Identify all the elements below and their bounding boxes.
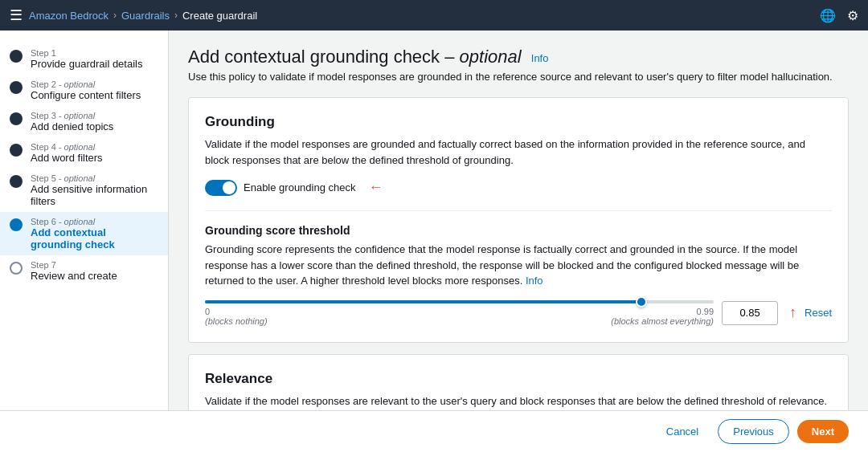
grounding-toggle[interactable] bbox=[205, 180, 237, 196]
grounding-threshold-desc: Grounding score represents the confidenc… bbox=[205, 242, 832, 289]
step5-num: Step 5 - optional bbox=[31, 173, 158, 183]
grounding-slider-thumb[interactable] bbox=[636, 296, 647, 307]
relevance-title: Relevance bbox=[205, 371, 832, 387]
hamburger-menu-icon[interactable]: ☰ bbox=[10, 6, 23, 24]
sidebar-item-step4[interactable]: Step 4 - optional Add word filters bbox=[0, 137, 168, 169]
breadcrumb: Amazon Bedrock › Guardrails › Create gua… bbox=[29, 10, 257, 22]
sidebar-item-step2[interactable]: Step 2 - optional Configure content filt… bbox=[0, 75, 168, 106]
relevance-desc: Validate if the model responses are rele… bbox=[205, 393, 832, 409]
step4-circle bbox=[10, 144, 23, 157]
step5-name: Add sensitive information filters bbox=[31, 183, 158, 207]
grounding-max-label: 0.99 bbox=[611, 307, 714, 316]
grounding-toggle-label: Enable grounding check bbox=[244, 181, 356, 193]
step6-label: Step 6 - optional Add contextual groundi… bbox=[31, 217, 158, 250]
step1-circle bbox=[10, 50, 23, 63]
step3-label: Step 3 - optional Add denied topics bbox=[31, 111, 113, 132]
grounding-slider-track bbox=[205, 300, 714, 303]
grounding-threshold-info-link[interactable]: Info bbox=[526, 275, 543, 287]
step2-label: Step 2 - optional Configure content filt… bbox=[31, 79, 141, 101]
next-button[interactable]: Next bbox=[797, 420, 849, 443]
step2-name: Configure content filters bbox=[31, 89, 141, 101]
relevance-card: Relevance Validate if the model response… bbox=[188, 354, 849, 411]
breadcrumb-separator-1: › bbox=[113, 10, 117, 21]
page-title: Add contextual grounding check – optiona… bbox=[188, 47, 849, 67]
step4-label: Step 4 - optional Add word filters bbox=[31, 142, 103, 164]
globe-icon[interactable]: 🌐 bbox=[820, 8, 836, 23]
grounding-up-arrow-icon: ↑ bbox=[789, 304, 796, 321]
main-content: Add contextual grounding check – optiona… bbox=[169, 31, 868, 410]
grounding-arrow-icon: ← bbox=[369, 179, 383, 196]
page-title-italic: optional bbox=[460, 47, 522, 67]
step7-name: Review and create bbox=[31, 270, 117, 282]
breadcrumb-current: Create guardrail bbox=[182, 10, 257, 22]
step7-label: Step 7 Review and create bbox=[31, 260, 117, 282]
top-navigation: ☰ Amazon Bedrock › Guardrails › Create g… bbox=[0, 0, 868, 31]
grounding-title: Grounding bbox=[205, 114, 832, 130]
page-info-link[interactable]: Info bbox=[531, 52, 549, 64]
breadcrumb-guardrails[interactable]: Guardrails bbox=[121, 10, 170, 22]
step3-num: Step 3 - optional bbox=[31, 111, 113, 120]
step2-circle bbox=[10, 81, 23, 94]
grounding-threshold-title: Grounding score threshold bbox=[205, 224, 832, 237]
step2-num: Step 2 - optional bbox=[31, 79, 141, 89]
grounding-value-input[interactable] bbox=[722, 301, 778, 325]
grounding-slider-container: 0 (blocks nothing) 0.99 (blocks almost e… bbox=[205, 300, 714, 326]
sidebar-item-step7[interactable]: Step 7 Review and create bbox=[0, 255, 168, 287]
grounding-toggle-row: Enable grounding check ← bbox=[205, 179, 832, 196]
grounding-reset-button[interactable]: Reset bbox=[805, 307, 832, 319]
step6-name: Add contextual grounding check bbox=[31, 226, 158, 250]
grounding-slider-area: 0 (blocks nothing) 0.99 (blocks almost e… bbox=[205, 300, 832, 326]
page-subtitle: Use this policy to validate if model res… bbox=[188, 71, 849, 83]
step1-label: Step 1 Provide guardrail details bbox=[31, 48, 142, 70]
grounding-min-label: 0 bbox=[205, 307, 268, 316]
grounding-slider-labels: 0 (blocks nothing) 0.99 (blocks almost e… bbox=[205, 307, 714, 326]
step1-name: Provide guardrail details bbox=[31, 58, 142, 70]
grounding-desc: Validate if the model responses are grou… bbox=[205, 136, 832, 168]
sidebar: Step 1 Provide guardrail details Step 2 … bbox=[0, 31, 169, 410]
step7-circle bbox=[10, 262, 23, 275]
step4-num: Step 4 - optional bbox=[31, 142, 103, 152]
step3-name: Add denied topics bbox=[31, 120, 113, 132]
step5-label: Step 5 - optional Add sensitive informat… bbox=[31, 173, 158, 207]
breadcrumb-separator-2: › bbox=[174, 10, 178, 21]
step7-num: Step 7 bbox=[31, 260, 117, 270]
step3-circle bbox=[10, 112, 23, 125]
settings-icon[interactable]: ⚙ bbox=[847, 8, 858, 23]
footer: Cancel Previous Next bbox=[0, 410, 868, 452]
sidebar-item-step1[interactable]: Step 1 Provide guardrail details bbox=[0, 43, 168, 75]
step6-num: Step 6 - optional bbox=[31, 217, 158, 226]
breadcrumb-amazon-bedrock[interactable]: Amazon Bedrock bbox=[29, 10, 108, 22]
step4-name: Add word filters bbox=[31, 152, 103, 164]
top-nav-icons: 🌐 ⚙ bbox=[820, 8, 858, 23]
page-title-prefix: Add contextual grounding check – bbox=[188, 47, 460, 67]
grounding-threshold-section: Grounding score threshold Grounding scor… bbox=[205, 210, 832, 326]
grounding-slider-fill bbox=[205, 300, 641, 303]
step1-num: Step 1 bbox=[31, 48, 142, 58]
sidebar-item-step3[interactable]: Step 3 - optional Add denied topics bbox=[0, 106, 168, 137]
sidebar-item-step6[interactable]: Step 6 - optional Add contextual groundi… bbox=[0, 212, 168, 255]
step5-circle bbox=[10, 175, 23, 188]
cancel-button[interactable]: Cancel bbox=[655, 420, 710, 443]
grounding-blocks-everything: (blocks almost everything) bbox=[611, 316, 714, 326]
grounding-card: Grounding Validate if the model response… bbox=[188, 97, 849, 343]
sidebar-item-step5[interactable]: Step 5 - optional Add sensitive informat… bbox=[0, 169, 168, 212]
step6-circle bbox=[10, 218, 23, 231]
previous-button[interactable]: Previous bbox=[718, 419, 789, 444]
grounding-blocks-nothing: (blocks nothing) bbox=[205, 316, 268, 326]
